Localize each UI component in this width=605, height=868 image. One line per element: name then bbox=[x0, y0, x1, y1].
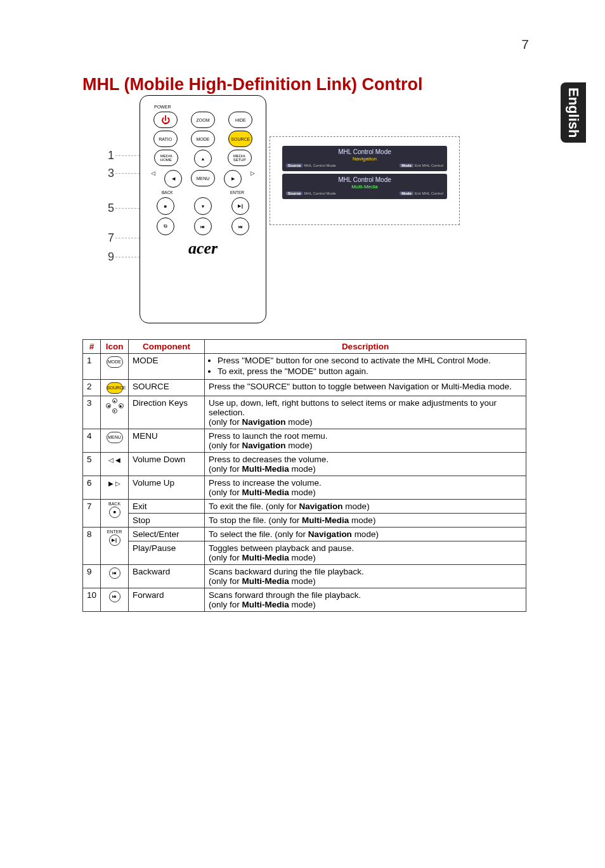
component-table: # Icon Component Description 1 MODE MODE… bbox=[82, 339, 526, 612]
menu-button: MENU bbox=[191, 170, 215, 186]
forward-button: ⏭ bbox=[231, 217, 249, 235]
cell-icon: ⏮ bbox=[101, 565, 129, 588]
cell-icon: ▲▼◀▶ bbox=[101, 396, 129, 429]
cell-description: Press to increase the volume.(only for M… bbox=[205, 476, 526, 500]
cell-description: To exit the file. (only for Navigation m… bbox=[205, 500, 526, 514]
power-button: ⏻ bbox=[153, 112, 178, 128]
stop-icon: ■ bbox=[109, 507, 120, 518]
play-pause-icon: ▶‖ bbox=[109, 534, 120, 546]
right-button: ▶ bbox=[224, 170, 242, 188]
cell-icon: MENU bbox=[101, 429, 129, 453]
media-home-button: MEDIAHOME bbox=[154, 150, 178, 166]
col-description: Description bbox=[205, 340, 526, 354]
cell-num: 10 bbox=[83, 588, 101, 612]
table-row: 9 ⏮ Backward Scans backward during the f… bbox=[83, 565, 526, 588]
hide-button: HIDE bbox=[228, 112, 252, 128]
col-component: Component bbox=[129, 340, 205, 354]
cell-component: Stop bbox=[129, 514, 205, 528]
page-number: 7 bbox=[521, 37, 529, 52]
table-row: 1 MODE MODE Press "MODE" button for one … bbox=[83, 354, 526, 380]
label-power: POWER bbox=[154, 105, 259, 109]
ratio-button: RATIO bbox=[153, 131, 178, 147]
callout-line bbox=[115, 208, 140, 209]
media-setup-button: MEDIASETUP bbox=[228, 150, 252, 166]
mode-icon: MODE bbox=[107, 356, 123, 368]
backward-icon: ⏮ bbox=[109, 567, 120, 579]
table-row: 3 ▲▼◀▶ Direction Keys Use up, down, left… bbox=[83, 396, 526, 429]
sd-button: ⧉ bbox=[157, 217, 174, 235]
col-num: # bbox=[83, 340, 101, 354]
cell-description: Scans forward through the file playback.… bbox=[205, 588, 526, 612]
cell-icon: ◁ ◀ bbox=[101, 453, 129, 476]
cell-num: 1 bbox=[83, 354, 101, 380]
osd-title: MHL Control Mode bbox=[282, 176, 447, 183]
callout-9: 9 bbox=[108, 250, 114, 264]
cell-num: 7 bbox=[83, 500, 101, 528]
cell-icon: ▶ ▷ bbox=[101, 476, 129, 500]
backward-button: ⏮ bbox=[194, 217, 212, 235]
back-label-icon: BACK bbox=[105, 502, 124, 506]
osd-tags: SourceMHL Control ModeModeExit MHL Contr… bbox=[282, 164, 447, 169]
label-enter: ENTER bbox=[230, 190, 244, 195]
cell-component: Direction Keys bbox=[129, 396, 205, 429]
table-row: 6 ▶ ▷ Volume Up Press to increase the vo… bbox=[83, 476, 526, 500]
table-row: 2 SOURCE SOURCE Press the "SOURCE" butto… bbox=[83, 380, 526, 396]
source-icon: SOURCE bbox=[107, 382, 123, 394]
direction-keys-icon: ▲▼◀▶ bbox=[106, 398, 124, 413]
vol-down-icon: ◁ bbox=[151, 170, 155, 188]
callout-1: 1 bbox=[108, 149, 114, 162]
vol-down-icon: ◁ ◀ bbox=[108, 457, 120, 463]
play-pause-button: ▶‖ bbox=[231, 197, 249, 215]
callout-line bbox=[115, 155, 140, 156]
cell-icon: ENTER▶‖ bbox=[101, 528, 129, 565]
cell-description: Scans backward during the file playback.… bbox=[205, 565, 526, 588]
vol-up-icon: ▶ ▷ bbox=[108, 480, 120, 487]
cell-component: SOURCE bbox=[129, 380, 205, 396]
cell-component: Volume Down bbox=[129, 453, 205, 476]
stop-button: ■ bbox=[157, 197, 174, 215]
cell-component: Exit bbox=[129, 500, 205, 514]
osd-subtitle: Navigation bbox=[282, 155, 447, 164]
up-button: ▲ bbox=[194, 150, 212, 167]
table-row: 10 ⏭ Forward Scans forward through the f… bbox=[83, 588, 526, 612]
source-button: SOURCE bbox=[228, 131, 252, 147]
cell-description: To stop the file. (only for Multi-Media … bbox=[205, 514, 526, 528]
menu-icon: MENU bbox=[107, 432, 123, 443]
table-row: 8 ENTER▶‖ Select/Enter To select the fil… bbox=[83, 528, 526, 541]
cell-component: Play/Pause bbox=[129, 541, 205, 565]
cell-num: 5 bbox=[83, 453, 101, 476]
cell-description: Press to decreases the volume.(only for … bbox=[205, 453, 526, 476]
callout-line bbox=[115, 257, 140, 257]
cell-num: 9 bbox=[83, 565, 101, 588]
cell-num: 4 bbox=[83, 429, 101, 453]
osd-title: MHL Control Mode bbox=[282, 148, 447, 155]
down-button: ▼ bbox=[194, 197, 212, 215]
table-header-row: # Icon Component Description bbox=[83, 340, 526, 354]
label-back: BACK bbox=[162, 190, 173, 195]
cell-icon: MODE bbox=[101, 354, 129, 380]
cell-component: Forward bbox=[129, 588, 205, 612]
cell-component: Backward bbox=[129, 565, 205, 588]
callout-line bbox=[115, 173, 140, 174]
callout-5: 5 bbox=[108, 202, 114, 215]
osd-panel-multimedia: MHL Control Mode Multi-Media SourceMHL C… bbox=[282, 174, 447, 199]
table-row: 5 ◁ ◀ Volume Down Press to decreases the… bbox=[83, 453, 526, 476]
osd-subtitle: Multi-Media bbox=[282, 183, 447, 191]
enter-label-icon: ENTER bbox=[105, 529, 124, 534]
mode-button: MODE bbox=[191, 131, 215, 147]
vol-up-icon: ▷ bbox=[250, 170, 255, 188]
cell-component: Volume Up bbox=[129, 476, 205, 500]
cell-description: To select the file. (only for Navigation… bbox=[205, 528, 526, 541]
cell-description: Press the "SOURCE" button to toggle betw… bbox=[205, 380, 526, 396]
brand-logo: acer bbox=[146, 239, 259, 258]
cell-num: 8 bbox=[83, 528, 101, 565]
table-row: Stop To stop the file. (only for Multi-M… bbox=[83, 514, 526, 528]
table-row: Play/Pause Toggles between playback and … bbox=[83, 541, 526, 565]
forward-icon: ⏭ bbox=[109, 591, 120, 602]
cell-icon: BACK■ bbox=[101, 500, 129, 528]
col-icon: Icon bbox=[101, 340, 129, 354]
callout-3: 3 bbox=[108, 167, 114, 180]
language-tab: English bbox=[561, 82, 586, 143]
table-row: 7 BACK■ Exit To exit the file. (only for… bbox=[83, 500, 526, 514]
zoom-button: ZOOM bbox=[191, 112, 215, 128]
